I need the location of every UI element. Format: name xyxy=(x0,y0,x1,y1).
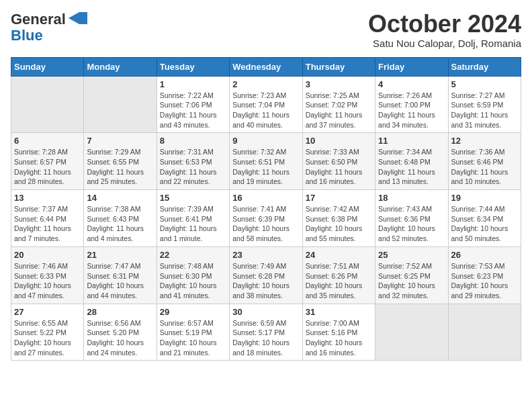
day-number: 10 xyxy=(306,136,372,146)
day-number: 24 xyxy=(306,250,372,260)
day-number: 1 xyxy=(160,79,226,89)
calendar-cell: 1Sunrise: 7:22 AM Sunset: 7:06 PM Daylig… xyxy=(157,76,229,133)
day-info: Sunrise: 7:33 AM Sunset: 6:50 PM Dayligh… xyxy=(306,147,372,187)
day-info: Sunrise: 6:56 AM Sunset: 5:20 PM Dayligh… xyxy=(87,318,153,358)
calendar-cell: 27Sunrise: 6:55 AM Sunset: 5:22 PM Dayli… xyxy=(11,304,84,361)
day-info: Sunrise: 7:27 AM Sunset: 6:59 PM Dayligh… xyxy=(451,91,518,130)
day-number: 25 xyxy=(378,250,445,260)
day-info: Sunrise: 7:36 AM Sunset: 6:46 PM Dayligh… xyxy=(451,147,518,187)
day-info: Sunrise: 7:37 AM Sunset: 6:44 PM Dayligh… xyxy=(14,204,81,244)
day-info: Sunrise: 6:59 AM Sunset: 5:17 PM Dayligh… xyxy=(232,318,299,358)
day-number: 29 xyxy=(160,307,226,317)
month-title: October 2024 xyxy=(368,11,521,38)
calendar-cell: 28Sunrise: 6:56 AM Sunset: 5:20 PM Dayli… xyxy=(84,304,157,361)
day-number: 22 xyxy=(160,250,226,260)
calendar-cell: 24Sunrise: 7:51 AM Sunset: 6:26 PM Dayli… xyxy=(302,246,375,304)
day-number: 15 xyxy=(160,193,226,203)
calendar-cell: 26Sunrise: 7:53 AM Sunset: 6:23 PM Dayli… xyxy=(448,246,521,304)
day-number: 14 xyxy=(87,193,153,203)
calendar-cell: 19Sunrise: 7:44 AM Sunset: 6:34 PM Dayli… xyxy=(448,190,521,247)
day-info: Sunrise: 7:48 AM Sunset: 6:30 PM Dayligh… xyxy=(160,261,226,301)
calendar-cell: 8Sunrise: 7:31 AM Sunset: 6:53 PM Daylig… xyxy=(157,133,229,190)
calendar-cell: 12Sunrise: 7:36 AM Sunset: 6:46 PM Dayli… xyxy=(448,133,521,190)
day-info: Sunrise: 7:25 AM Sunset: 7:02 PM Dayligh… xyxy=(306,91,372,130)
svg-marker-0 xyxy=(69,12,87,24)
day-info: Sunrise: 7:28 AM Sunset: 6:57 PM Dayligh… xyxy=(14,147,81,187)
calendar-cell: 18Sunrise: 7:43 AM Sunset: 6:36 PM Dayli… xyxy=(375,190,448,247)
location-text: Satu Nou Calopar, Dolj, Romania xyxy=(368,38,521,49)
calendar-cell: 20Sunrise: 7:46 AM Sunset: 6:33 PM Dayli… xyxy=(11,246,84,304)
calendar-cell: 21Sunrise: 7:47 AM Sunset: 6:31 PM Dayli… xyxy=(84,246,157,304)
calendar-cell: 23Sunrise: 7:49 AM Sunset: 6:28 PM Dayli… xyxy=(230,246,302,304)
page-header: General Blue October 2024 Satu Nou Calop… xyxy=(11,11,521,49)
calendar-cell xyxy=(375,304,448,361)
logo: General Blue xyxy=(11,11,87,43)
day-info: Sunrise: 6:57 AM Sunset: 5:19 PM Dayligh… xyxy=(160,318,226,358)
day-info: Sunrise: 7:23 AM Sunset: 7:04 PM Dayligh… xyxy=(232,91,299,130)
day-number: 7 xyxy=(87,136,153,146)
day-info: Sunrise: 7:34 AM Sunset: 6:48 PM Dayligh… xyxy=(378,147,445,187)
header-row: SundayMondayTuesdayWednesdayThursdayFrid… xyxy=(11,57,521,76)
day-number: 30 xyxy=(232,307,299,317)
calendar-cell xyxy=(448,304,521,361)
day-number: 4 xyxy=(378,79,445,89)
week-row-4: 20Sunrise: 7:46 AM Sunset: 6:33 PM Dayli… xyxy=(11,246,521,304)
day-info: Sunrise: 7:32 AM Sunset: 6:51 PM Dayligh… xyxy=(232,147,299,187)
day-number: 5 xyxy=(451,79,518,89)
calendar-cell: 16Sunrise: 7:41 AM Sunset: 6:39 PM Dayli… xyxy=(230,190,302,247)
calendar-table: SundayMondayTuesdayWednesdayThursdayFrid… xyxy=(11,57,521,361)
day-number: 2 xyxy=(232,79,299,89)
day-info: Sunrise: 7:31 AM Sunset: 6:53 PM Dayligh… xyxy=(160,147,226,187)
header-day-wednesday: Wednesday xyxy=(230,57,302,76)
header-day-saturday: Saturday xyxy=(448,57,521,76)
day-number: 16 xyxy=(232,193,299,203)
calendar-cell: 6Sunrise: 7:28 AM Sunset: 6:57 PM Daylig… xyxy=(11,133,84,190)
day-number: 18 xyxy=(378,193,445,203)
day-info: Sunrise: 7:46 AM Sunset: 6:33 PM Dayligh… xyxy=(14,261,81,301)
day-info: Sunrise: 7:41 AM Sunset: 6:39 PM Dayligh… xyxy=(232,204,299,244)
day-info: Sunrise: 7:53 AM Sunset: 6:23 PM Dayligh… xyxy=(451,261,518,301)
day-number: 23 xyxy=(232,250,299,260)
calendar-cell: 22Sunrise: 7:48 AM Sunset: 6:30 PM Dayli… xyxy=(157,246,229,304)
calendar-cell: 10Sunrise: 7:33 AM Sunset: 6:50 PM Dayli… xyxy=(302,133,375,190)
calendar-cell: 5Sunrise: 7:27 AM Sunset: 6:59 PM Daylig… xyxy=(448,76,521,133)
calendar-cell: 2Sunrise: 7:23 AM Sunset: 7:04 PM Daylig… xyxy=(230,76,302,133)
calendar-header: SundayMondayTuesdayWednesdayThursdayFrid… xyxy=(11,57,521,76)
calendar-cell: 29Sunrise: 6:57 AM Sunset: 5:19 PM Dayli… xyxy=(157,304,229,361)
day-number: 27 xyxy=(14,307,81,317)
header-day-monday: Monday xyxy=(84,57,157,76)
day-info: Sunrise: 7:22 AM Sunset: 7:06 PM Dayligh… xyxy=(160,91,226,130)
week-row-2: 6Sunrise: 7:28 AM Sunset: 6:57 PM Daylig… xyxy=(11,133,521,190)
week-row-5: 27Sunrise: 6:55 AM Sunset: 5:22 PM Dayli… xyxy=(11,304,521,361)
header-day-friday: Friday xyxy=(375,57,448,76)
day-number: 12 xyxy=(451,136,518,146)
day-info: Sunrise: 7:44 AM Sunset: 6:34 PM Dayligh… xyxy=(451,204,518,244)
week-row-3: 13Sunrise: 7:37 AM Sunset: 6:44 PM Dayli… xyxy=(11,190,521,247)
day-number: 11 xyxy=(378,136,445,146)
calendar-cell: 3Sunrise: 7:25 AM Sunset: 7:02 PM Daylig… xyxy=(302,76,375,133)
calendar-cell: 7Sunrise: 7:29 AM Sunset: 6:55 PM Daylig… xyxy=(84,133,157,190)
calendar-body: 1Sunrise: 7:22 AM Sunset: 7:06 PM Daylig… xyxy=(11,76,521,361)
header-day-tuesday: Tuesday xyxy=(157,57,229,76)
day-number: 3 xyxy=(306,79,372,89)
calendar-cell xyxy=(11,76,84,133)
day-info: Sunrise: 7:29 AM Sunset: 6:55 PM Dayligh… xyxy=(87,147,153,187)
day-number: 19 xyxy=(451,193,518,203)
title-block: October 2024 Satu Nou Calopar, Dolj, Rom… xyxy=(368,11,521,49)
day-info: Sunrise: 7:49 AM Sunset: 6:28 PM Dayligh… xyxy=(232,261,299,301)
calendar-cell: 15Sunrise: 7:39 AM Sunset: 6:41 PM Dayli… xyxy=(157,190,229,247)
calendar-cell: 13Sunrise: 7:37 AM Sunset: 6:44 PM Dayli… xyxy=(11,190,84,247)
header-day-sunday: Sunday xyxy=(11,57,84,76)
day-info: Sunrise: 7:52 AM Sunset: 6:25 PM Dayligh… xyxy=(378,261,445,301)
logo-icon xyxy=(67,11,87,26)
calendar-cell: 25Sunrise: 7:52 AM Sunset: 6:25 PM Dayli… xyxy=(375,246,448,304)
day-info: Sunrise: 7:51 AM Sunset: 6:26 PM Dayligh… xyxy=(306,261,372,301)
calendar-cell: 14Sunrise: 7:38 AM Sunset: 6:43 PM Dayli… xyxy=(84,190,157,247)
calendar-cell xyxy=(84,76,157,133)
calendar-cell: 9Sunrise: 7:32 AM Sunset: 6:51 PM Daylig… xyxy=(230,133,302,190)
day-info: Sunrise: 7:39 AM Sunset: 6:41 PM Dayligh… xyxy=(160,204,226,244)
day-number: 26 xyxy=(451,250,518,260)
logo-blue-text: Blue xyxy=(11,28,43,43)
day-info: Sunrise: 7:47 AM Sunset: 6:31 PM Dayligh… xyxy=(87,261,153,301)
day-number: 17 xyxy=(306,193,372,203)
